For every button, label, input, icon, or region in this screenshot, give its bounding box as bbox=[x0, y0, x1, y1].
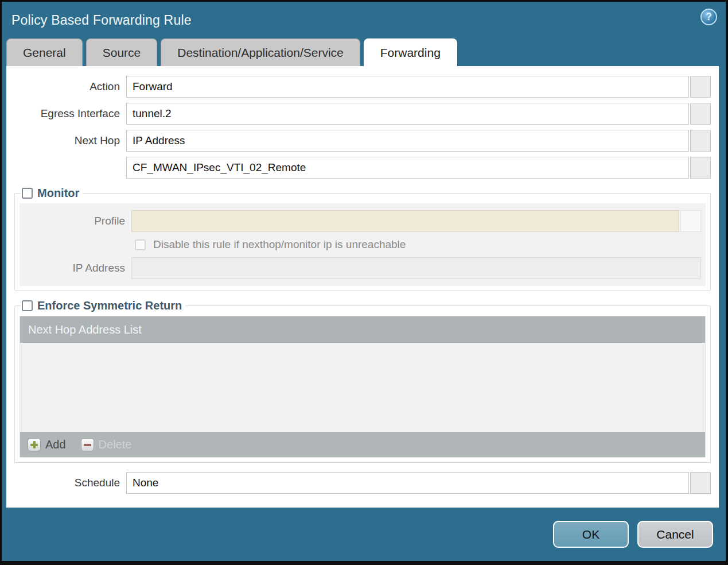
schedule-row: Schedule None bbox=[14, 472, 711, 494]
egress-interface-label: Egress Interface bbox=[14, 107, 126, 120]
add-button-label: Add bbox=[45, 438, 66, 451]
next-hop-address-list-header: Next Hop Address List bbox=[20, 316, 705, 343]
plus-icon bbox=[28, 438, 41, 451]
disable-rule-label: Disable this rule if nexthop/monitor ip … bbox=[153, 238, 406, 251]
tab-general[interactable]: General bbox=[6, 38, 83, 66]
next-hop-address-list-body[interactable] bbox=[20, 343, 705, 432]
next-hop-address-dropdown-button[interactable] bbox=[690, 157, 711, 179]
tab-forwarding[interactable]: Forwarding bbox=[364, 38, 457, 66]
delete-button: Delete bbox=[81, 438, 132, 451]
profile-dropdown-button bbox=[680, 210, 701, 232]
monitor-section: Monitor Profile Disable this rule if nex… bbox=[14, 187, 711, 291]
tab-content-forwarding: Action Forward Egress Interface tunnel.2… bbox=[6, 66, 719, 508]
profile-label: Profile bbox=[20, 215, 131, 227]
next-hop-type-select[interactable]: IP Address bbox=[126, 130, 689, 152]
policy-based-forwarding-dialog: Policy Based Forwarding Rule ? General S… bbox=[0, 0, 728, 565]
schedule-label: Schedule bbox=[14, 477, 126, 489]
help-icon[interactable]: ? bbox=[700, 9, 717, 25]
delete-button-label: Delete bbox=[99, 438, 132, 451]
next-hop-address-select[interactable]: CF_MWAN_IPsec_VTI_02_Remote bbox=[126, 157, 689, 179]
monitor-ip-address-label: IP Address bbox=[20, 262, 131, 274]
cancel-button[interactable]: Cancel bbox=[637, 521, 713, 548]
ok-button[interactable]: OK bbox=[553, 521, 629, 548]
disable-rule-row: Disable this rule if nexthop/monitor ip … bbox=[20, 238, 701, 251]
schedule-select[interactable]: None bbox=[126, 472, 689, 494]
disable-rule-checkbox bbox=[135, 239, 146, 250]
next-hop-dropdown-button[interactable] bbox=[690, 130, 711, 152]
action-row: Action Forward bbox=[14, 76, 711, 98]
enforce-symmetric-return-section: Enforce Symmetric Return Next Hop Addres… bbox=[14, 299, 711, 463]
action-dropdown-button[interactable] bbox=[690, 76, 711, 98]
egress-interface-row: Egress Interface tunnel.2 bbox=[14, 103, 711, 125]
monitor-section-title: Monitor bbox=[37, 187, 79, 200]
tab-bar: General Source Destination/Application/S… bbox=[2, 38, 726, 66]
next-hop-label: Next Hop bbox=[14, 134, 126, 147]
action-label: Action bbox=[14, 80, 126, 93]
next-hop-address-row: CF_MWAN_IPsec_VTI_02_Remote bbox=[14, 157, 711, 179]
tab-destination-application-service[interactable]: Destination/Application/Service bbox=[161, 38, 360, 66]
add-button[interactable]: Add bbox=[28, 438, 66, 451]
enforce-symmetric-return-checkbox[interactable] bbox=[22, 300, 33, 311]
profile-row: Profile bbox=[20, 210, 701, 232]
action-select[interactable]: Forward bbox=[126, 76, 689, 98]
dialog-footer: OK Cancel bbox=[2, 508, 726, 561]
monitor-ip-address-row: IP Address bbox=[20, 257, 701, 279]
schedule-dropdown-button[interactable] bbox=[690, 472, 711, 494]
next-hop-address-list-table: Next Hop Address List Add Delete bbox=[20, 316, 706, 458]
monitor-checkbox[interactable] bbox=[22, 188, 33, 199]
minus-icon bbox=[81, 438, 94, 451]
enforce-symmetric-return-title: Enforce Symmetric Return bbox=[37, 299, 182, 312]
dialog-titlebar: Policy Based Forwarding Rule ? bbox=[2, 2, 726, 38]
next-hop-address-list-toolbar: Add Delete bbox=[20, 432, 705, 457]
tab-source[interactable]: Source bbox=[86, 38, 158, 66]
dialog-title: Policy Based Forwarding Rule bbox=[11, 13, 192, 28]
egress-interface-select[interactable]: tunnel.2 bbox=[126, 103, 689, 125]
monitor-panel: Profile Disable this rule if nexthop/mon… bbox=[20, 203, 706, 286]
egress-interface-dropdown-button[interactable] bbox=[690, 103, 711, 125]
next-hop-row: Next Hop IP Address bbox=[14, 130, 711, 152]
monitor-ip-address-input bbox=[131, 257, 701, 279]
profile-select bbox=[131, 210, 679, 232]
